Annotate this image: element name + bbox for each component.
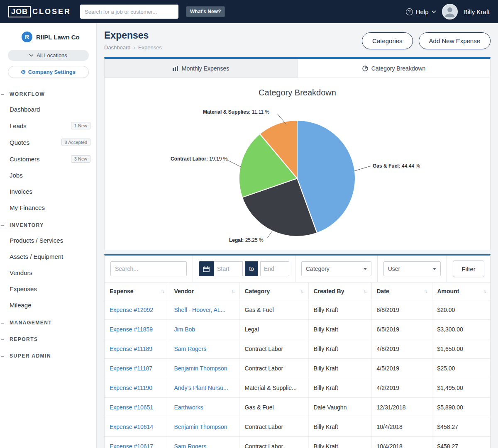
vendor-link[interactable]: Sam Rogers	[174, 443, 207, 448]
table-search-input[interactable]	[110, 261, 187, 276]
company-row[interactable]: R RIIPL Lawn Co	[0, 30, 96, 44]
expense-link[interactable]: Expense #12092	[110, 307, 153, 313]
expense-link[interactable]: Expense #10614	[110, 424, 153, 430]
sidebar-item-label: Leads	[10, 122, 27, 129]
sidebar-section-workflow[interactable]: WORKFLOW	[0, 87, 96, 101]
tab-monthly-expenses[interactable]: Monthly Expenses	[105, 59, 298, 78]
pie-label-legal: Legal: 25.25 %	[229, 237, 264, 243]
cell-amount: $1,495.00	[432, 378, 491, 398]
header-buttons: Categories Add New Expense	[362, 30, 491, 49]
cell-date: 10/4/2018	[371, 437, 432, 448]
end-date-input[interactable]	[260, 261, 289, 276]
cell-vendor: Jim Bob	[169, 320, 239, 339]
whats-new-button[interactable]: What's New?	[186, 6, 225, 17]
column-header-expense[interactable]: Expense↑↓	[105, 282, 169, 300]
user-select[interactable]: User	[383, 261, 441, 276]
sidebar-item-leads[interactable]: Leads1 New	[0, 117, 96, 134]
cell-date: 4/5/2019	[371, 359, 432, 378]
sidebar-section-super-admin[interactable]: SUPER ADMIN	[0, 349, 96, 363]
expense-link[interactable]: Expense #11190	[110, 385, 152, 391]
sidebar-section-management[interactable]: MANAGEMENT	[0, 316, 96, 330]
table-row: Expense #10614Benjamin ThompsonContract …	[105, 417, 491, 437]
user-name[interactable]: Billy Kraft	[464, 8, 490, 15]
column-header-amount[interactable]: Amount↑↓	[432, 282, 491, 300]
user-avatar[interactable]	[442, 4, 458, 19]
logo-secondary: CLOSER	[32, 7, 71, 16]
sidebar-item-expenses[interactable]: Expenses	[0, 281, 96, 297]
sort-icon[interactable]: ↑↓	[364, 289, 366, 294]
user-select-value: User	[388, 265, 400, 272]
sidebar-item-my-finances[interactable]: My Finances	[0, 200, 96, 216]
app-logo[interactable]: JOB CLOSER	[8, 6, 71, 17]
filter-button[interactable]: Filter	[453, 261, 484, 277]
sort-icon[interactable]: ↑↓	[483, 289, 486, 294]
cell-expense: Expense #11190	[105, 378, 169, 398]
breadcrumb-dashboard[interactable]: Dashboard	[104, 44, 131, 51]
column-header-created-by[interactable]: Created By↑↓	[308, 282, 371, 300]
sidebar-item-vendors[interactable]: Vendors	[0, 265, 96, 281]
categories-button[interactable]: Categories	[362, 32, 413, 49]
sort-icon[interactable]: ↑↓	[424, 289, 427, 294]
vendor-link[interactable]: Benjamin Thompson	[174, 365, 227, 372]
expense-link[interactable]: Expense #11187	[110, 365, 152, 372]
vendor-link[interactable]: Andy's Plant Nursu...	[174, 385, 228, 391]
global-search-input[interactable]	[80, 5, 178, 19]
help-label: Help	[416, 8, 429, 15]
pie-chart-icon	[362, 66, 368, 71]
sidebar-item-dashboard[interactable]: Dashboard	[0, 101, 96, 117]
cell-category: Gas & Fuel	[239, 398, 308, 417]
sidebar-item-jobs[interactable]: Jobs	[0, 167, 96, 183]
sidebar-item-label: Mileage	[10, 302, 32, 309]
expense-link[interactable]: Expense #10617	[110, 443, 153, 448]
sidebar-nav: WORKFLOWDashboardLeads1 NewQuotes8 Accep…	[0, 87, 96, 363]
column-header-date[interactable]: Date↑↓	[371, 282, 432, 300]
caret-down-icon	[433, 268, 436, 270]
vendor-link[interactable]: Earthworks	[174, 404, 203, 411]
sidebar-item-customers[interactable]: Customers3 New	[0, 151, 96, 167]
tab-category-breakdown[interactable]: Category Breakdown	[298, 59, 490, 78]
sidebar-item-products-services[interactable]: Products / Services	[0, 232, 96, 248]
sort-icon[interactable]: ↑↓	[232, 289, 234, 294]
caret-down-icon	[364, 268, 367, 270]
cell-created-by: Billy Kraft	[308, 320, 371, 339]
expense-link[interactable]: Expense #11189	[110, 346, 152, 352]
vendor-link[interactable]: Benjamin Thompson	[174, 424, 227, 430]
column-header-vendor[interactable]: Vendor↑↓	[169, 282, 239, 300]
filter-divider	[193, 256, 193, 282]
sort-icon[interactable]: ↑↓	[161, 289, 164, 294]
category-select[interactable]: Category	[301, 261, 371, 276]
company-settings-button[interactable]: ⚙ Company Settings	[8, 66, 89, 78]
cell-category: Contract Labor	[239, 437, 308, 448]
company-settings-label: Company Settings	[28, 69, 76, 75]
tab-label: Category Breakdown	[371, 65, 426, 72]
vendor-link[interactable]: Jim Bob	[174, 326, 195, 333]
vendor-link[interactable]: Sam Rogers	[174, 346, 207, 352]
sidebar-section-reports[interactable]: REPORTS	[0, 332, 96, 346]
add-new-expense-button[interactable]: Add New Expense	[419, 32, 491, 49]
start-date-input[interactable]	[214, 261, 243, 276]
sidebar-item-quotes[interactable]: Quotes8 Accepted	[0, 134, 96, 151]
all-locations-dropdown[interactable]: All Locations	[8, 50, 89, 61]
sidebar-section-label: WORKFLOW	[10, 91, 45, 97]
cell-category: Contract Labor	[239, 359, 308, 378]
sidebar-section-inventory[interactable]: INVENTORY	[0, 218, 96, 232]
calendar-button[interactable]	[199, 261, 214, 276]
sidebar-item-label: Dashboard	[10, 106, 40, 113]
expense-link[interactable]: Expense #11859	[110, 326, 153, 333]
cell-date: 8/8/2019	[371, 300, 432, 320]
sidebar-item-invoices[interactable]: Invoices	[0, 183, 96, 200]
cell-expense: Expense #10614	[105, 417, 169, 437]
vendor-link[interactable]: Shell - Hoover, AL...	[174, 307, 226, 313]
column-header-category[interactable]: Category↑↓	[239, 282, 308, 300]
sort-icon[interactable]: ↑↓	[300, 289, 303, 294]
sidebar-item-badge: 1 New	[71, 122, 90, 129]
table-row: Expense #10651EarthworksGas & FuelDale V…	[105, 398, 491, 417]
sidebar-item-label: Expenses	[10, 285, 37, 292]
bar-chart-icon	[173, 66, 178, 71]
sidebar-item-mileage[interactable]: Mileage	[0, 297, 96, 313]
help-menu[interactable]: ? Help	[406, 8, 436, 15]
chevron-down-icon	[29, 54, 34, 57]
expense-link[interactable]: Expense #10651	[110, 404, 153, 411]
sidebar-item-assets-equipment[interactable]: Assets / Equipment	[0, 248, 96, 265]
title-block: Expenses Dashboard › Expenses	[104, 30, 162, 51]
